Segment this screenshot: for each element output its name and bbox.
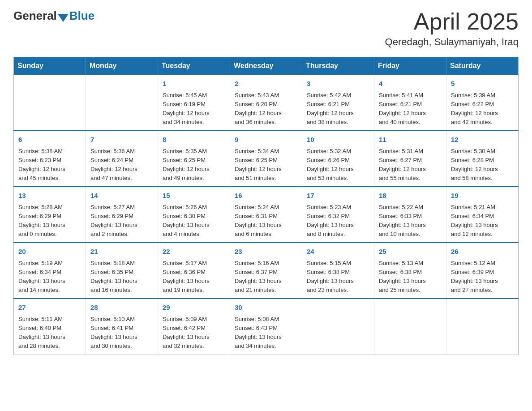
calendar-cell: 6Sunrise: 5:38 AMSunset: 6:23 PMDaylight… — [14, 131, 86, 187]
day-info: Sunrise: 5:22 AMSunset: 6:33 PMDaylight:… — [379, 203, 442, 239]
day-info: Sunrise: 5:08 AMSunset: 6:43 PMDaylight:… — [235, 315, 297, 351]
day-info: Sunrise: 5:16 AMSunset: 6:37 PMDaylight:… — [235, 259, 297, 295]
day-number: 7 — [90, 135, 153, 145]
calendar-cell: 9Sunrise: 5:34 AMSunset: 6:25 PMDaylight… — [230, 131, 302, 187]
day-info: Sunrise: 5:35 AMSunset: 6:25 PMDaylight:… — [163, 147, 225, 183]
calendar-cell: 7Sunrise: 5:36 AMSunset: 6:24 PMDaylight… — [86, 131, 158, 187]
calendar-week-2: 6Sunrise: 5:38 AMSunset: 6:23 PMDaylight… — [14, 131, 519, 187]
calendar-cell: 28Sunrise: 5:10 AMSunset: 6:41 PMDayligh… — [86, 299, 158, 355]
day-number: 21 — [90, 247, 153, 257]
calendar-cell: 24Sunrise: 5:15 AMSunset: 6:38 PMDayligh… — [302, 243, 374, 299]
page-header: General Blue April 2025 Qeredagh, Sulaym… — [13, 9, 519, 48]
header-monday: Monday — [86, 57, 158, 75]
day-info: Sunrise: 5:27 AMSunset: 6:29 PMDaylight:… — [90, 203, 153, 239]
day-info: Sunrise: 5:30 AMSunset: 6:28 PMDaylight:… — [451, 147, 514, 183]
calendar-header: SundayMondayTuesdayWednesdayThursdayFrid… — [14, 57, 519, 75]
day-info: Sunrise: 5:34 AMSunset: 6:25 PMDaylight:… — [235, 147, 297, 183]
calendar-week-4: 20Sunrise: 5:19 AMSunset: 6:34 PMDayligh… — [14, 243, 519, 299]
calendar-cell — [446, 299, 519, 355]
day-info: Sunrise: 5:09 AMSunset: 6:42 PMDaylight:… — [163, 315, 225, 351]
header-wednesday: Wednesday — [230, 57, 302, 75]
day-number: 5 — [451, 79, 514, 89]
day-number: 11 — [379, 135, 442, 145]
calendar-cell: 15Sunrise: 5:26 AMSunset: 6:30 PMDayligh… — [158, 187, 230, 243]
day-number: 2 — [235, 79, 297, 89]
day-number: 22 — [163, 247, 225, 257]
day-info: Sunrise: 5:28 AMSunset: 6:29 PMDaylight:… — [18, 203, 81, 239]
day-info: Sunrise: 5:42 AMSunset: 6:21 PMDaylight:… — [307, 91, 369, 127]
calendar-cell: 13Sunrise: 5:28 AMSunset: 6:29 PMDayligh… — [14, 187, 86, 243]
day-number: 30 — [235, 303, 297, 313]
day-info: Sunrise: 5:10 AMSunset: 6:41 PMDaylight:… — [90, 315, 153, 351]
calendar-cell: 17Sunrise: 5:23 AMSunset: 6:32 PMDayligh… — [302, 187, 374, 243]
calendar-cell: 10Sunrise: 5:32 AMSunset: 6:26 PMDayligh… — [302, 131, 374, 187]
calendar-cell: 8Sunrise: 5:35 AMSunset: 6:25 PMDaylight… — [158, 131, 230, 187]
calendar-cell — [14, 75, 86, 131]
title-section: April 2025 Qeredagh, Sulaymaniyah, Iraq — [385, 9, 519, 48]
calendar-cell: 29Sunrise: 5:09 AMSunset: 6:42 PMDayligh… — [158, 299, 230, 355]
calendar-cell: 20Sunrise: 5:19 AMSunset: 6:34 PMDayligh… — [14, 243, 86, 299]
day-info: Sunrise: 5:31 AMSunset: 6:27 PMDaylight:… — [379, 147, 442, 183]
day-number: 13 — [18, 191, 81, 201]
month-title: April 2025 — [385, 9, 519, 34]
calendar-cell: 25Sunrise: 5:13 AMSunset: 6:38 PMDayligh… — [374, 243, 446, 299]
day-number: 10 — [307, 135, 369, 145]
calendar-cell: 16Sunrise: 5:24 AMSunset: 6:31 PMDayligh… — [230, 187, 302, 243]
calendar-week-3: 13Sunrise: 5:28 AMSunset: 6:29 PMDayligh… — [14, 187, 519, 243]
day-number: 9 — [235, 135, 297, 145]
header-tuesday: Tuesday — [158, 57, 230, 75]
day-number: 17 — [307, 191, 369, 201]
day-number: 16 — [235, 191, 297, 201]
day-info: Sunrise: 5:23 AMSunset: 6:32 PMDaylight:… — [307, 203, 369, 239]
calendar-cell: 19Sunrise: 5:21 AMSunset: 6:34 PMDayligh… — [446, 187, 519, 243]
calendar-cell: 1Sunrise: 5:45 AMSunset: 6:19 PMDaylight… — [158, 75, 230, 131]
calendar-cell: 21Sunrise: 5:18 AMSunset: 6:35 PMDayligh… — [86, 243, 158, 299]
day-number: 1 — [163, 79, 225, 89]
day-number: 28 — [90, 303, 153, 313]
day-info: Sunrise: 5:17 AMSunset: 6:36 PMDaylight:… — [163, 259, 225, 295]
header-sunday: Sunday — [14, 57, 86, 75]
calendar-cell: 12Sunrise: 5:30 AMSunset: 6:28 PMDayligh… — [446, 131, 519, 187]
logo-general: General — [13, 9, 57, 23]
day-info: Sunrise: 5:36 AMSunset: 6:24 PMDaylight:… — [90, 147, 153, 183]
calendar-cell: 2Sunrise: 5:43 AMSunset: 6:20 PMDaylight… — [230, 75, 302, 131]
day-info: Sunrise: 5:39 AMSunset: 6:22 PMDaylight:… — [451, 91, 514, 127]
calendar-week-5: 27Sunrise: 5:11 AMSunset: 6:40 PMDayligh… — [14, 299, 519, 355]
calendar-cell — [374, 299, 446, 355]
day-number: 25 — [379, 247, 442, 257]
header-saturday: Saturday — [446, 57, 519, 75]
calendar-cell: 23Sunrise: 5:16 AMSunset: 6:37 PMDayligh… — [230, 243, 302, 299]
day-info: Sunrise: 5:38 AMSunset: 6:23 PMDaylight:… — [18, 147, 81, 183]
calendar-header-row: SundayMondayTuesdayWednesdayThursdayFrid… — [14, 57, 519, 75]
day-info: Sunrise: 5:21 AMSunset: 6:34 PMDaylight:… — [451, 203, 514, 239]
day-info: Sunrise: 5:11 AMSunset: 6:40 PMDaylight:… — [18, 315, 81, 351]
day-number: 24 — [307, 247, 369, 257]
day-number: 8 — [163, 135, 225, 145]
day-number: 18 — [379, 191, 442, 201]
logo-blue: Blue — [69, 9, 94, 23]
day-info: Sunrise: 5:24 AMSunset: 6:31 PMDaylight:… — [235, 203, 297, 239]
header-friday: Friday — [374, 57, 446, 75]
calendar-cell — [86, 75, 158, 131]
day-info: Sunrise: 5:13 AMSunset: 6:38 PMDaylight:… — [379, 259, 442, 295]
day-number: 29 — [163, 303, 225, 313]
calendar-cell: 18Sunrise: 5:22 AMSunset: 6:33 PMDayligh… — [374, 187, 446, 243]
day-number: 12 — [451, 135, 514, 145]
day-number: 15 — [163, 191, 225, 201]
day-info: Sunrise: 5:32 AMSunset: 6:26 PMDaylight:… — [307, 147, 369, 183]
calendar-cell: 14Sunrise: 5:27 AMSunset: 6:29 PMDayligh… — [86, 187, 158, 243]
day-info: Sunrise: 5:18 AMSunset: 6:35 PMDaylight:… — [90, 259, 153, 295]
calendar-cell: 26Sunrise: 5:12 AMSunset: 6:39 PMDayligh… — [446, 243, 519, 299]
calendar-week-1: 1Sunrise: 5:45 AMSunset: 6:19 PMDaylight… — [14, 75, 519, 131]
day-info: Sunrise: 5:41 AMSunset: 6:21 PMDaylight:… — [379, 91, 442, 127]
logo-arrow-icon — [58, 14, 69, 22]
location-title: Qeredagh, Sulaymaniyah, Iraq — [385, 36, 519, 48]
calendar-body: 1Sunrise: 5:45 AMSunset: 6:19 PMDaylight… — [14, 75, 519, 355]
day-number: 4 — [379, 79, 442, 89]
calendar-cell: 27Sunrise: 5:11 AMSunset: 6:40 PMDayligh… — [14, 299, 86, 355]
calendar-table: SundayMondayTuesdayWednesdayThursdayFrid… — [13, 57, 519, 355]
day-number: 19 — [451, 191, 514, 201]
day-info: Sunrise: 5:15 AMSunset: 6:38 PMDaylight:… — [307, 259, 369, 295]
day-number: 26 — [451, 247, 514, 257]
day-number: 20 — [18, 247, 81, 257]
